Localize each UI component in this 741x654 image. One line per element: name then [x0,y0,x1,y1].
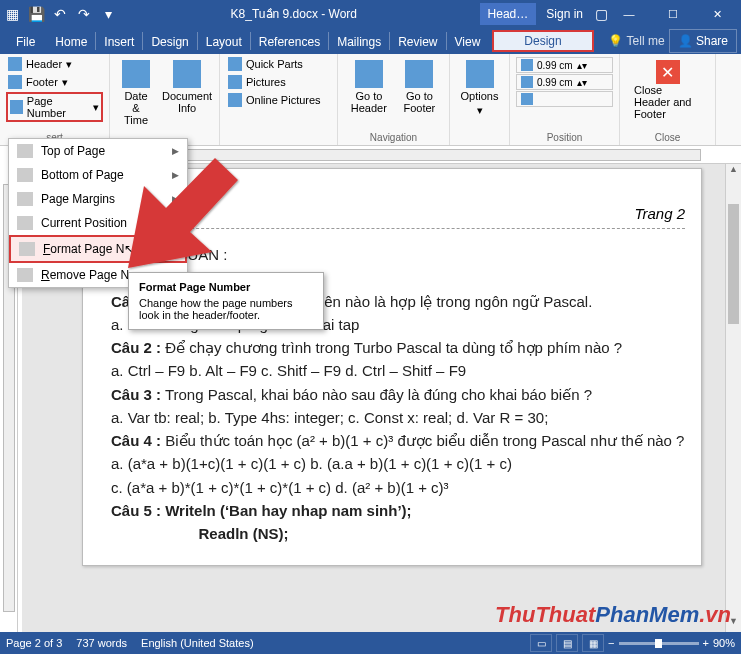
page-number-dropdown[interactable]: Page Number ▾ [6,92,103,122]
group-label-navigation: Navigation [338,132,449,143]
doc-line: c. (a*a + b)*(1 + c)*(1 + c)*(1 + c) d. … [111,476,685,499]
scrollbar-thumb[interactable] [728,204,739,324]
menu-bottom-of-page[interactable]: Bottom of Page▶ [9,163,187,187]
ribbon-display-icon[interactable]: ▢ [593,6,609,22]
maximize-button[interactable]: ☐ [653,0,693,28]
save-icon[interactable]: 💾 [28,6,44,22]
web-layout-button[interactable]: ▦ [582,634,604,652]
contextual-tab-label: Head… [480,3,537,25]
zoom-slider[interactable] [619,642,699,645]
document-title: K8_Tuần 9.docx - Word [116,7,472,21]
share-icon: 👤 [678,34,693,48]
watermark-a: ThuThuat [495,602,595,627]
menu-page-margins[interactable]: Page Margins▶ [9,187,187,211]
date-time-icon [122,60,150,88]
watermark-b: PhanMem [595,602,699,627]
options-icon [466,60,494,88]
document-info-button[interactable]: Document Info [156,56,218,130]
document-info-icon [173,60,201,88]
read-mode-button[interactable]: ▭ [530,634,552,652]
date-time-button[interactable]: Date & Time [116,56,156,130]
doc-line: a. (a*a + b)(1+c)(1 + c)(1 + c) b. (a.a … [111,452,685,475]
vertical-scrollbar[interactable]: ▲ ▼ [725,164,741,632]
cursor-icon: ↖ [124,242,134,256]
tab-view[interactable]: View [447,30,489,53]
options-button[interactable]: Options ▾ [456,56,503,121]
menu-item-label: Bottom of Page [41,168,124,182]
redo-icon[interactable]: ↷ [76,6,92,22]
date-time-label: Date & Time [122,90,150,126]
qat-customize-icon[interactable]: ▾ [100,6,116,22]
quick-parts-label: Quick Parts [246,58,303,70]
close-window-button[interactable]: ✕ [697,0,737,28]
zoom-in-button[interactable]: + [703,637,709,649]
menu-top-of-page[interactable]: Top of Page▶ [9,139,187,163]
header-from-top-input[interactable]: 0.99 cm ▴▾ [516,57,613,73]
goto-header-label: Go to Header [350,90,388,114]
footer-from-bottom-input[interactable]: 0.99 cm ▴▾ [516,74,613,90]
status-bar: Page 2 of 3 737 words English (United St… [0,632,741,654]
pictures-button[interactable]: Pictures [226,74,331,90]
watermark-c: .vn [699,602,731,627]
share-label: Share [696,34,728,48]
zoom-out-button[interactable]: − [608,637,614,649]
doc-line: Mỗi ÁCH QUAN : [111,243,685,266]
scroll-up-icon[interactable]: ▲ [726,164,741,180]
footer-dropdown[interactable]: Footer ▾ [6,74,103,90]
pictures-label: Pictures [246,76,286,88]
title-bar: ▦ 💾 ↶ ↷ ▾ K8_Tuần 9.docx - Word Head… Si… [0,0,741,28]
header-label: Header [26,58,62,70]
menu-bar: File Home Insert Design Layout Reference… [0,28,741,54]
goto-footer-button[interactable]: Go to Footer [396,56,443,118]
footer-label: Footer [26,76,58,88]
online-pictures-button[interactable]: Online Pictures [226,92,331,108]
options-label: Options [461,90,499,102]
group-label-position: Position [510,132,619,143]
minimize-button[interactable]: — [609,0,649,28]
doc-line: a. Var tb: real; b. Type 4hs: integer; c… [111,406,685,429]
tab-references[interactable]: References [251,30,328,53]
sign-in-link[interactable]: Sign in [536,7,593,21]
insert-alignment-tab[interactable] [516,91,613,107]
tab-layout[interactable]: Layout [198,30,250,53]
page-number-menu: Top of Page▶ Bottom of Page▶ Page Margin… [8,138,188,288]
word-count[interactable]: 737 words [76,637,127,649]
ribbon: Header ▾ Footer ▾ Page Number ▾ sert Dat… [0,54,741,146]
tab-design[interactable]: Design [143,30,196,53]
tab-home[interactable]: Home [47,30,95,53]
menu-item-label: Top of Page [41,144,105,158]
menu-current-position[interactable]: Current Position▶ [9,211,187,235]
zoom-level[interactable]: 90% [713,637,735,649]
header-page-number: Trang 2 [634,205,685,222]
print-layout-button[interactable]: ▤ [556,634,578,652]
page-number-label: Page Number [27,95,89,119]
document-info-label: Document Info [162,90,212,114]
tooltip-body: Change how the page numbers look in the … [139,297,313,321]
page-indicator[interactable]: Page 2 of 3 [6,637,62,649]
tab-mailings[interactable]: Mailings [329,30,389,53]
share-button[interactable]: 👤 Share [669,29,737,53]
undo-icon[interactable]: ↶ [52,6,68,22]
tab-review[interactable]: Review [390,30,445,53]
language-indicator[interactable]: English (United States) [141,637,254,649]
tooltip: Format Page Number Change how the page n… [128,272,324,330]
word-icon: ▦ [4,6,20,22]
menu-format-page-numbers[interactable]: Format Page N↖mbers... [9,235,187,263]
tab-file[interactable]: File [4,30,47,53]
header-section[interactable]: i 8 Trang 2 [111,205,685,229]
goto-footer-icon [405,60,433,88]
header-dropdown[interactable]: Header ▾ [6,56,103,72]
doc-line: a. Ctrl – F9 b. Alt – F9 c. Shitf – F9 d… [111,359,685,382]
quick-parts-button[interactable]: Quick Parts [226,56,331,72]
tab-contextual-design[interactable]: Design [492,30,593,52]
pos-bottom-value: 0.99 cm [537,77,573,88]
goto-header-button[interactable]: Go to Header [344,56,394,118]
bulb-icon: 💡 [608,34,623,48]
online-pictures-label: Online Pictures [246,94,321,106]
pos-top-value: 0.99 cm [537,60,573,71]
tooltip-title: Format Page Number [139,281,313,293]
tell-me-field[interactable]: Tell me [627,34,665,48]
menu-item-label: Current Position [41,216,127,230]
tab-insert[interactable]: Insert [96,30,142,53]
close-header-footer-button[interactable]: ✕ Close Header and Footer [626,56,709,124]
